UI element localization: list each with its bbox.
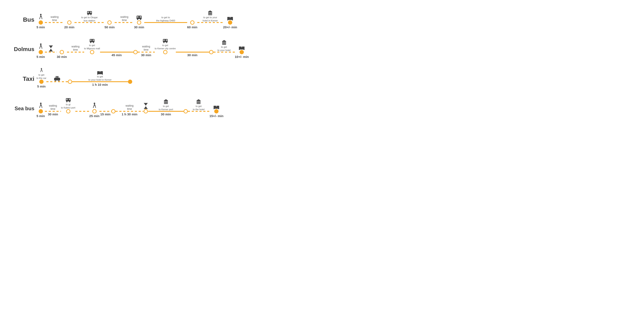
svg-marker-56 — [222, 40, 226, 41]
bus-icon-2 — [136, 15, 142, 20]
svg-rect-41 — [93, 40, 94, 41]
seabus-bus-icon — [65, 97, 71, 102]
taxi-time-2: 1 h 10 min — [92, 83, 108, 86]
svg-point-14 — [137, 19, 138, 20]
svg-rect-18 — [210, 12, 210, 13]
svg-marker-96 — [144, 106, 148, 109]
dolmus-waiting-2: waitingtime — [142, 45, 150, 52]
svg-rect-116 — [214, 106, 216, 107]
taxi-time-1: 5 min — [37, 84, 46, 88]
dolmus-node-5 — [163, 50, 168, 54]
bus-line-dashed-4 — [197, 22, 223, 23]
seabus-desc-2: to getto Kemer port — [159, 105, 173, 111]
svg-rect-69 — [55, 76, 57, 78]
svg-rect-103 — [164, 102, 165, 103]
dolmus-node-6 — [209, 50, 214, 54]
taxi-desc-1: to getto the car — [36, 73, 46, 80]
svg-rect-113 — [200, 102, 200, 103]
dolmus-waiting-1: waitingtime — [72, 45, 80, 52]
dolmus-time-last: 10+/- min — [235, 55, 249, 58]
bus-route: Bus — [8, 8, 314, 31]
bus-desc-2: to get tothe highway D400 — [156, 16, 175, 22]
svg-line-4 — [42, 16, 42, 19]
bus-time-last: 20+/- min — [223, 25, 237, 29]
bus-label: Bus — [8, 16, 34, 23]
svg-rect-7 — [87, 12, 89, 13]
bus-time-4: 30 min — [134, 25, 144, 29]
bus-time-1: 5 min — [36, 25, 45, 29]
dolmus-label: Dolmus — [8, 46, 34, 52]
dolmus-time-3: 45 min — [112, 53, 122, 57]
svg-rect-19 — [211, 12, 212, 13]
bus-node-3 — [107, 20, 112, 25]
svg-point-89 — [94, 103, 95, 104]
dolmus-time-5: 30 min — [187, 53, 198, 57]
svg-marker-36 — [49, 49, 52, 51]
bus-desc-3: to get to yourhotel in Kemer — [203, 16, 218, 22]
dolmus-desc-1: to getto Migross mall — [84, 44, 100, 50]
bus-waiting-2: waitingtime — [120, 15, 128, 22]
dolmus-desc-2: to getto Kemer city centre — [155, 44, 176, 50]
svg-point-78 — [40, 103, 42, 104]
taxi-label: Taxi — [8, 75, 34, 82]
svg-rect-55 — [225, 43, 226, 44]
bus-time-5: 60 min — [187, 25, 198, 29]
seabus-line-dashed-5 — [188, 111, 209, 112]
bus-node-4 — [137, 20, 141, 25]
svg-rect-104 — [166, 102, 166, 103]
bus-node-2 — [67, 20, 72, 25]
svg-rect-117 — [216, 106, 219, 107]
dolmus-time-2: 30 min — [57, 55, 67, 58]
svg-rect-26 — [230, 17, 233, 19]
svg-point-87 — [66, 101, 68, 102]
taxi-route: Taxi to getto the car — [8, 68, 314, 90]
dolmus-building-icon — [221, 40, 227, 45]
taxi-line-dashed-1 — [46, 81, 68, 82]
seabus-time-4: 30 min — [161, 112, 171, 116]
taxi-car-icon — [54, 75, 61, 81]
bus-waiting-1: waitingtime — [51, 15, 58, 22]
svg-rect-40 — [90, 40, 92, 41]
seabus-node-4 — [111, 109, 116, 113]
svg-rect-75 — [100, 71, 103, 73]
svg-rect-27 — [227, 19, 228, 20]
taxi-node-last — [128, 80, 132, 84]
taxi-desc-2: to getto your hotel in Kemer — [88, 75, 112, 81]
svg-rect-21 — [210, 14, 210, 14]
walk-icon — [38, 13, 43, 20]
bus-node-1 — [39, 20, 43, 25]
svg-point-43 — [93, 42, 94, 43]
svg-rect-118 — [214, 108, 214, 109]
seabus-node-1 — [39, 109, 43, 113]
svg-line-91 — [93, 106, 94, 108]
dolmus-node-4 — [133, 50, 138, 54]
svg-rect-17 — [209, 12, 209, 13]
svg-rect-61 — [244, 49, 244, 50]
svg-point-15 — [140, 19, 141, 20]
dolmus-node-2 — [60, 50, 64, 54]
seabus-time-last: 15+/- min — [209, 114, 223, 118]
bus-line-dashed-3 — [115, 22, 134, 23]
bus-line-dashed-2 — [74, 22, 104, 23]
svg-line-31 — [40, 47, 40, 49]
svg-rect-20 — [209, 14, 209, 14]
seabus-waiting-1: waitingtime — [49, 104, 57, 111]
svg-rect-85 — [66, 99, 68, 100]
dolmus-walk-icon — [38, 43, 43, 50]
svg-point-88 — [69, 101, 70, 102]
seabus-node-last — [214, 109, 218, 113]
svg-marker-95 — [144, 103, 148, 106]
dolmus-bus-icon-2 — [162, 38, 168, 43]
seabus-hourglass-icon — [144, 103, 148, 109]
dolmus-bus-icon-1 — [89, 38, 95, 43]
svg-rect-59 — [242, 46, 244, 48]
building-icon-1 — [207, 10, 213, 15]
svg-rect-112 — [198, 102, 199, 103]
seabus-building-icon — [163, 99, 169, 104]
seabus-time-wait2: 1 h 30 min — [122, 112, 138, 116]
svg-rect-54 — [224, 43, 224, 44]
svg-point-48 — [166, 42, 167, 43]
seabus-waiting-2: waitingtime — [126, 104, 134, 111]
seabus-route: Sea bus — [8, 97, 314, 119]
dolmus-desc-3: to getto your hotel — [218, 45, 230, 52]
